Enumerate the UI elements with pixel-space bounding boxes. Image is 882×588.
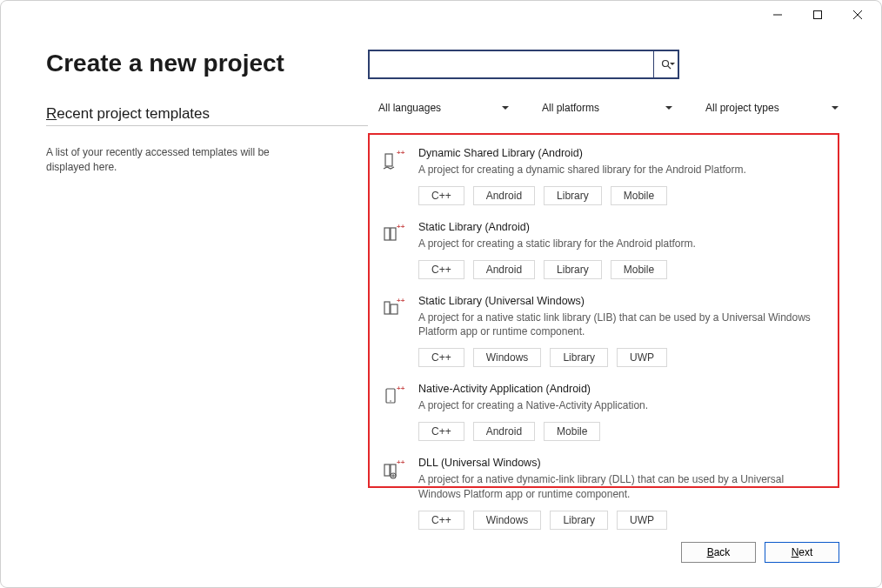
search-input[interactable] <box>370 51 653 77</box>
template-tag: C++ <box>418 348 464 367</box>
dialog-window: Create a new project Recent project temp… <box>0 0 882 588</box>
template-body: DLL (Universal Windows)A project for a n… <box>418 457 829 535</box>
template-tag: UWP <box>617 348 667 367</box>
search-box <box>368 50 679 79</box>
svg-rect-9 <box>384 228 390 240</box>
lib-static-icon: ++ <box>382 221 406 284</box>
template-tag: UWP <box>617 511 667 530</box>
back-button[interactable]: Back <box>681 542 756 563</box>
lib-share-icon: ++ <box>382 147 406 210</box>
template-tag: Windows <box>473 348 542 367</box>
page-title: Create a new project <box>46 50 368 77</box>
template-body: Dynamic Shared Library (Android)A projec… <box>418 147 829 210</box>
svg-line-5 <box>667 66 670 69</box>
templates-list: ++ Dynamic Shared Library (Android)A pro… <box>368 133 839 488</box>
filter-languages-label: All languages <box>378 102 441 114</box>
template-tag: Mobile <box>611 260 667 279</box>
titlebar <box>1 1 881 29</box>
close-button[interactable] <box>838 2 878 28</box>
next-button[interactable]: Next <box>765 542 839 563</box>
chevron-down-icon <box>502 106 509 110</box>
template-tag: C++ <box>418 422 464 441</box>
minimize-icon <box>773 10 782 19</box>
template-title: Static Library (Universal Windows) <box>418 295 829 307</box>
lib-uwp-icon: ++ <box>382 295 406 373</box>
filter-platforms[interactable]: All platforms <box>542 98 672 117</box>
template-description: A project for creating a static library … <box>418 237 829 251</box>
template-tag: Mobile <box>611 186 667 205</box>
template-item[interactable]: ++ Native-Activity Application (Android)… <box>382 379 829 450</box>
svg-rect-18 <box>384 464 390 476</box>
minimize-button[interactable] <box>758 2 798 28</box>
template-description: A project for a native static link libra… <box>418 311 829 340</box>
template-body: Static Library (Android)A project for cr… <box>418 221 829 284</box>
template-item[interactable]: ++ DLL (Universal Windows)A project for … <box>382 453 829 538</box>
filter-platforms-label: All platforms <box>542 102 599 114</box>
svg-point-4 <box>662 61 668 67</box>
template-item[interactable]: ++ Dynamic Shared Library (Android)A pro… <box>382 144 829 214</box>
template-tag: C++ <box>418 511 464 530</box>
template-item[interactable]: ++ Static Library (Universal Windows)A p… <box>382 291 829 377</box>
svg-text:++: ++ <box>397 458 405 466</box>
svg-text:++: ++ <box>397 384 405 392</box>
recent-templates-header: Recent project templates <box>46 105 368 126</box>
template-tags: C++AndroidLibraryMobile <box>418 186 829 205</box>
template-title: Dynamic Shared Library (Android) <box>418 147 829 159</box>
svg-text:++: ++ <box>397 297 405 304</box>
template-description: A project for a native dynamic-link libr… <box>418 472 829 502</box>
template-tag: Library <box>550 348 608 367</box>
template-tag: Library <box>550 511 608 530</box>
template-tag: Library <box>544 260 602 279</box>
svg-rect-10 <box>391 228 396 240</box>
template-title: DLL (Universal Windows) <box>418 457 829 469</box>
svg-text:++: ++ <box>397 149 405 157</box>
template-tag: Android <box>473 422 535 441</box>
template-tags: C++WindowsLibraryUWP <box>418 511 829 530</box>
recent-templates-description: A list of your recently accessed templat… <box>46 145 290 176</box>
search-dropdown-button[interactable] <box>653 51 678 77</box>
maximize-button[interactable] <box>798 2 838 28</box>
close-icon <box>853 10 862 19</box>
template-tag: Windows <box>473 511 542 530</box>
svg-rect-1 <box>814 11 822 19</box>
chevron-down-icon <box>832 106 839 110</box>
template-tag: C++ <box>418 186 464 205</box>
svg-rect-12 <box>384 302 390 314</box>
template-title: Static Library (Android) <box>418 221 829 233</box>
template-description: A project for creating a Native-Activity… <box>418 398 829 413</box>
template-title: Native-Activity Application (Android) <box>418 383 829 395</box>
filter-languages[interactable]: All languages <box>378 98 509 117</box>
dll-uwp-icon: ++ <box>382 457 406 535</box>
template-body: Static Library (Universal Windows)A proj… <box>418 295 829 373</box>
template-tag: C++ <box>418 260 464 279</box>
template-tag: Mobile <box>544 422 600 441</box>
maximize-icon <box>813 10 822 19</box>
template-tags: C++AndroidMobile <box>418 422 829 441</box>
template-description: A project for creating a dynamic shared … <box>418 163 829 177</box>
template-tag: Android <box>473 260 535 279</box>
template-tag: Library <box>544 186 602 205</box>
svg-point-16 <box>390 400 391 402</box>
template-item[interactable]: ++ Static Library (Android)A project for… <box>382 217 829 288</box>
template-tags: C++AndroidLibraryMobile <box>418 260 829 279</box>
svg-text:++: ++ <box>397 223 405 231</box>
svg-rect-7 <box>385 154 392 166</box>
template-body: Native-Activity Application (Android)A p… <box>418 383 829 446</box>
filter-project-types[interactable]: All project types <box>705 98 839 117</box>
svg-rect-13 <box>391 304 398 314</box>
chevron-down-icon <box>665 106 672 110</box>
template-tag: Android <box>473 186 535 205</box>
filter-types-label: All project types <box>705 102 779 114</box>
template-tags: C++WindowsLibraryUWP <box>418 348 829 367</box>
search-icon <box>661 59 672 70</box>
native-app-icon: ++ <box>382 383 406 446</box>
